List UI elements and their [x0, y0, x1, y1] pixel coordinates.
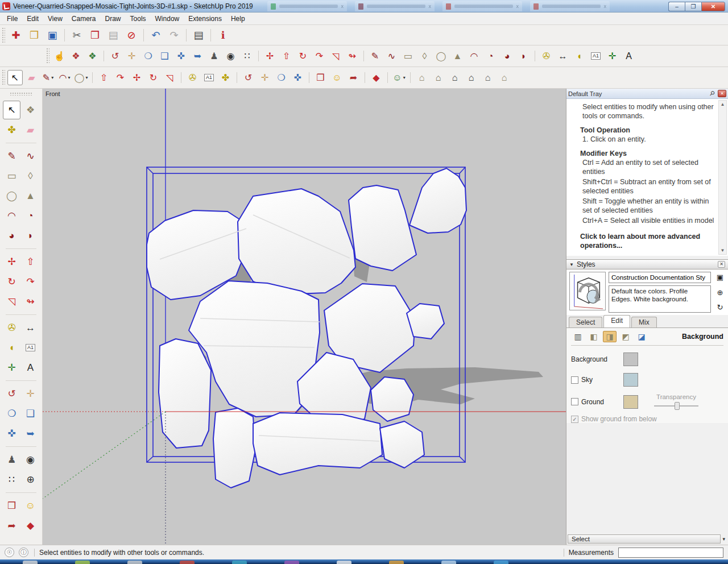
menu-window[interactable]: Window: [151, 14, 184, 24]
component-options[interactable]: ❖: [68, 48, 84, 64]
rotate[interactable]: ↻: [146, 70, 161, 85]
zoom-extents[interactable]: ✜: [3, 424, 20, 443]
model-viewport[interactable]: Front: [43, 89, 566, 545]
view-iso[interactable]: ⌂: [414, 70, 429, 85]
measurements-input[interactable]: [618, 548, 723, 558]
zoom-extents[interactable]: ✜: [290, 70, 305, 85]
navigation-compass[interactable]: ⊕: [22, 470, 39, 489]
paint-bucket[interactable]: ✤: [218, 70, 233, 85]
tray-close-icon[interactable]: ✕: [718, 90, 726, 97]
ground-swatch[interactable]: [623, 395, 638, 409]
ground-checkbox[interactable]: [571, 398, 578, 405]
scroll-up-icon[interactable]: ▲: [721, 102, 725, 107]
pan[interactable]: ✛: [124, 48, 139, 64]
transparency-slider[interactable]: [654, 402, 698, 410]
geolocation-icon[interactable]: ☉: [5, 548, 14, 557]
protractor[interactable]: ◖: [572, 48, 587, 64]
orbit[interactable]: ↺: [241, 70, 256, 85]
push-pull[interactable]: ⇧: [96, 70, 111, 85]
push-pull[interactable]: ⇧: [22, 252, 39, 271]
position-camera[interactable]: ♟: [206, 48, 222, 64]
pin-icon[interactable]: ⚲: [706, 88, 717, 99]
make-component[interactable]: ❖: [22, 101, 39, 119]
taskbar-app-icon[interactable]: [23, 561, 38, 564]
pie[interactable]: ◗: [516, 48, 531, 64]
style-thumbnail[interactable]: [569, 272, 606, 310]
extension-manager[interactable]: ◆: [369, 70, 384, 85]
view-right[interactable]: ⌂: [464, 70, 479, 85]
two-point-arc[interactable]: ◔: [483, 48, 498, 64]
walk[interactable]: ∷: [3, 470, 20, 489]
rectangle[interactable]: ▭: [3, 167, 20, 185]
edge-settings-icon[interactable]: ▥: [571, 331, 585, 342]
help-info-icon[interactable]: ⓘ: [19, 548, 28, 557]
eraser[interactable]: ▰: [22, 121, 39, 139]
extension-manager[interactable]: ◆: [22, 516, 39, 535]
background-settings-icon[interactable]: ◨: [603, 331, 617, 342]
select[interactable]: ↖: [3, 101, 20, 119]
axes[interactable]: ✛: [605, 48, 620, 64]
slider-thumb[interactable]: [675, 402, 680, 410]
background-swatch[interactable]: [623, 353, 638, 366]
open[interactable]: ❒: [26, 27, 43, 44]
zoom-window[interactable]: ❑: [157, 48, 172, 64]
walk[interactable]: ∷: [239, 48, 255, 64]
tape-measure[interactable]: ✇: [185, 70, 200, 85]
scale[interactable]: ◹: [162, 70, 177, 85]
rectangle[interactable]: ▭: [400, 48, 416, 64]
move[interactable]: ✢: [3, 252, 20, 271]
dimension[interactable]: ↔: [555, 48, 570, 64]
text[interactable]: A1: [22, 338, 39, 357]
tape-measure[interactable]: ✇: [3, 318, 20, 337]
menu-view[interactable]: View: [43, 14, 67, 24]
extension-warehouse[interactable]: ☺: [22, 496, 39, 515]
select[interactable]: ↖: [7, 70, 23, 85]
erase[interactable]: ⊘: [123, 27, 140, 44]
view-back[interactable]: ⌂: [480, 70, 495, 85]
three-point-arc[interactable]: ◕: [499, 48, 515, 64]
scroll-down-icon[interactable]: ▼: [721, 248, 725, 253]
protractor[interactable]: ◖: [3, 338, 20, 357]
copy[interactable]: ❐: [86, 27, 104, 44]
share-model[interactable]: ➦: [346, 70, 361, 85]
arc[interactable]: ◠: [3, 206, 20, 225]
look-around[interactable]: ◉: [22, 450, 39, 469]
text[interactable]: A1: [588, 48, 603, 64]
style-name-input[interactable]: [609, 272, 711, 283]
toolbar-grip[interactable]: [2, 69, 5, 86]
line[interactable]: ✎: [3, 147, 20, 165]
tab-select[interactable]: Select: [569, 317, 602, 327]
three-point-arc[interactable]: ◕: [3, 226, 20, 245]
redo[interactable]: ↷: [166, 27, 183, 44]
taskbar-app-icon[interactable]: [180, 561, 195, 564]
look-around[interactable]: ◉: [223, 48, 238, 64]
zoom-extents[interactable]: ✜: [173, 48, 189, 64]
3d-warehouse[interactable]: ❒: [313, 70, 328, 85]
circle[interactable]: ◯: [433, 48, 449, 64]
taskbar-app-icon[interactable]: [127, 561, 142, 564]
toolbar-grip[interactable]: [10, 92, 32, 96]
freehand[interactable]: ∿: [22, 147, 39, 165]
3d-warehouse[interactable]: ❒: [3, 496, 20, 515]
model-info[interactable]: ℹ: [214, 27, 231, 44]
menu-extensions[interactable]: Extensions: [184, 14, 226, 24]
taskbar-app-icon[interactable]: [494, 561, 508, 564]
sign-in[interactable]: ☺: [391, 70, 407, 85]
zoom[interactable]: ❍: [140, 48, 156, 64]
extension-warehouse[interactable]: ☺: [329, 70, 345, 85]
face-settings-icon[interactable]: ◧: [587, 331, 601, 342]
pan[interactable]: ✛: [257, 70, 272, 85]
3d-text[interactable]: A: [621, 48, 636, 64]
pie[interactable]: ◗: [22, 226, 39, 245]
share-model[interactable]: ➦: [3, 516, 20, 535]
modeling-settings-icon[interactable]: ◪: [635, 331, 648, 342]
watermark-settings-icon[interactable]: ◩: [619, 331, 632, 342]
arc[interactable]: ◠: [466, 48, 482, 64]
update-style-icon[interactable]: ↻: [717, 303, 723, 312]
taskbar-app-icon[interactable]: [389, 561, 404, 564]
pan[interactable]: ✛: [22, 384, 39, 403]
sky-checkbox[interactable]: [571, 376, 578, 384]
view-top[interactable]: ⌂: [431, 70, 446, 85]
menu-file[interactable]: File: [2, 14, 22, 24]
collapse-triangle-icon[interactable]: ▼: [569, 262, 574, 267]
